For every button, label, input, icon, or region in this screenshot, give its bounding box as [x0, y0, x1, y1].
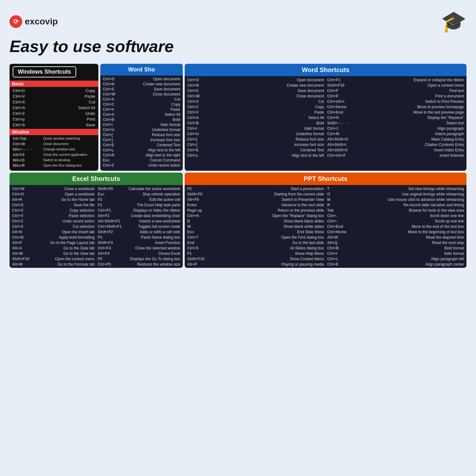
shortcut-row: Ctrl+ECentered Text — [100, 142, 183, 148]
shortcut-key: Ctrl+↓ — [327, 214, 356, 218]
basic-section-label: Basic — [10, 81, 98, 87]
shortcut-key: Ctrl+V — [12, 214, 41, 218]
shortcut-row: Ctrl+TOpen the Font dialog box — [187, 235, 324, 240]
shortcut-desc: Go to the View tab — [63, 251, 95, 256]
shortcut-key: Ctrl+C — [187, 105, 216, 109]
shortcut-desc: Open document — [153, 77, 180, 81]
shortcut-row: Ctrl+[Reduce font size — [187, 136, 324, 142]
word-right-shortcuts: Ctrl+OOpen documentCtrl+NCreate new docu… — [185, 76, 466, 159]
shortcut-row: Shift+F10Open a context menu — [327, 83, 464, 88]
shortcut-key: Ctrl+O — [12, 192, 41, 196]
shortcut-key: Alt+Shift+O — [327, 137, 356, 142]
shortcut-row: EnterAdvance to the next slide — [187, 202, 324, 208]
shortcut-desc: Open document — [297, 78, 324, 82]
shortcut-key: Ctrl+L — [327, 257, 356, 261]
shortcut-key: Alt+H — [12, 197, 41, 202]
shortcut-desc: Open the context menu — [55, 257, 95, 261]
shortcut-key: Ctrl+I — [187, 126, 216, 131]
shortcut-desc: Expand or collapse the ribbon — [413, 78, 464, 82]
shortcut-key: Enter — [187, 203, 216, 207]
shortcut-row: Ctrl+BBold — [187, 120, 324, 126]
shortcut-key: Alt+Shift+F1 — [98, 219, 126, 223]
shortcut-key: Ctrl+S — [103, 87, 131, 91]
shortcut-row: MUse mouse click to advance while rehear… — [327, 197, 464, 202]
shortcut-key: F1 — [187, 251, 216, 256]
shortcut-row: Ctrl+LAlign text to the left — [187, 153, 324, 158]
shortcut-desc: Paste Name dialog box — [141, 235, 180, 240]
shortcut-row: RRe-record slide narration and timing — [327, 202, 464, 208]
shortcut-row: Ctrl+SSave document — [100, 87, 183, 92]
shortcut-row: Shift+F3Insert Function — [98, 240, 180, 245]
shortcut-row: TabBrowse for tools in the view area — [327, 208, 464, 213]
shortcut-desc: Starting from the current slide — [274, 192, 324, 196]
shortcut-key: R — [327, 203, 356, 207]
shortcut-desc: Align text to the left — [148, 148, 180, 152]
shortcut-desc: Open the Font dialog box — [281, 235, 324, 240]
shortcut-key: Ctrl+E — [103, 143, 131, 147]
shortcut-desc: Scroll up one line — [435, 219, 464, 223]
shortcut-key: F2 — [98, 197, 126, 202]
shortcut-key: Ctrl+] — [187, 142, 216, 147]
shortcut-desc: Edit the active cell — [149, 197, 180, 202]
shortcut-key: Ctrl+J — [327, 126, 356, 131]
shortcut-desc: Reduce font size — [152, 133, 180, 137]
shortcut-desc: Show blank white slides — [284, 224, 324, 229]
shortcut-key: T — [327, 187, 356, 191]
shortcut-key: Ctrl+F1 — [327, 78, 356, 82]
shortcut-desc: Print — [87, 117, 95, 122]
shortcut-key: Shift+F5 — [187, 192, 216, 196]
shortcut-desc: Start a presentation — [291, 187, 324, 191]
windows-title: Windows Shortcuts — [18, 69, 71, 75]
shortcut-row: EscEnd Slide Show — [187, 229, 324, 235]
shortcut-key: Alt+P — [12, 241, 41, 245]
shortcut-desc: Show Help Menu — [295, 251, 324, 256]
shortcut-desc: Adds or edits a cell note — [140, 230, 180, 234]
basic-shortcuts: Ctrl+CCopyCtrl+VPasteCtrl+XCutCtrl+ASele… — [13, 88, 95, 128]
shortcut-desc: Calculate the active worksheet — [129, 187, 180, 191]
shortcut-key: Ctrl+P — [327, 94, 356, 98]
shortcut-row: Ctrl+XCut — [100, 97, 183, 102]
shortcut-row: Ctrl+ECentered Text — [187, 147, 324, 153]
shortcut-key: Ctrl+C — [12, 208, 41, 213]
shortcut-desc: Displays the Go To dialog box — [130, 257, 180, 261]
shortcut-desc: Find text — [449, 89, 464, 93]
shortcut-key: Ctrl+A — [13, 105, 41, 110]
shortcut-desc: Copy — [171, 102, 180, 107]
shortcut-desc: All Slides dialog box — [290, 246, 324, 250]
shortcut-row: Shift+F2Adds or edits a cell note — [98, 229, 180, 235]
shortcut-key: Alt+A — [12, 246, 41, 250]
shortcut-row: Alt+QRead the next step — [327, 240, 464, 245]
shortcut-row: Ctrl+↑Scroll up one line — [327, 218, 464, 224]
shortcut-row: Ctrl+Alt+FInsert footnote — [327, 153, 464, 158]
shortcut-desc: Select All — [165, 112, 180, 117]
shortcut-desc: Close the current application — [43, 153, 87, 157]
shortcut-desc: Underline format — [296, 132, 324, 136]
shortcut-desc: The Excel Help task pane — [137, 203, 180, 207]
shortcut-row: Ctrl+PPrint a document — [327, 93, 464, 99]
shortcut-row: Ctrl+ZUndo — [13, 110, 95, 116]
shortcut-row: Ctrl+NCreate new document — [187, 83, 324, 88]
shortcut-row: Ctrl+HomeMove to the beginning of text b… — [327, 229, 464, 235]
shortcut-row: Ctrl+RAlign text to the right — [100, 153, 183, 158]
shortcut-row: Alt+Shift+OMark Catalog Entry — [327, 136, 464, 142]
shortcut-row: Alt+F4Closes Excel — [98, 251, 180, 256]
shortcut-row: Shift+F5Starting from the current slide — [187, 191, 324, 197]
shortcut-desc: Save the file — [74, 203, 95, 207]
word-right-header: Word Shortcuts — [185, 64, 466, 76]
shortcut-key: Ctrl+F1 — [98, 208, 126, 213]
shortcut-row: Ctrl+BBold format — [327, 245, 464, 251]
shortcut-key: Ctrl+F5 — [98, 262, 126, 267]
shortcut-key: Ctrl+R — [103, 153, 131, 157]
shortcut-desc: Italic format — [444, 251, 464, 256]
shortcut-row: EscCancel Command — [100, 158, 183, 163]
shortcut-key: Ctrl+E — [327, 262, 356, 267]
shortcut-row: EscStop refresh operation — [98, 191, 180, 197]
shortcut-row: Ctrl+Alt+ISwitch to Print Preview — [327, 99, 464, 104]
shortcut-key: Ctrl+F4 — [98, 246, 126, 250]
shortcut-desc: Close document — [296, 94, 324, 98]
shortcut-row: Ctrl+XCut — [13, 99, 95, 105]
shortcut-key: Shift+F10 — [12, 257, 41, 261]
shortcut-row: F1The Excel Help task pane — [98, 202, 180, 208]
shortcut-row: Ctrl+F4Close the selected window — [98, 245, 180, 251]
shortcut-key: Ctrl+W — [12, 187, 41, 191]
